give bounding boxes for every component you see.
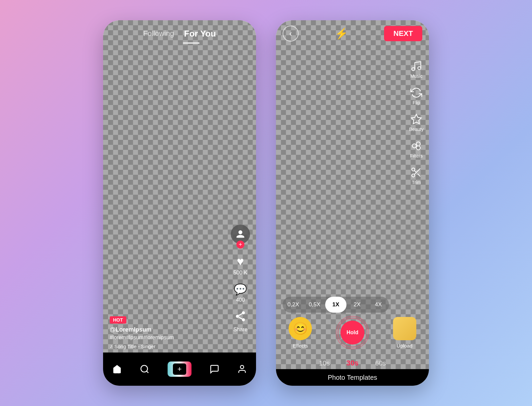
photo-templates-label: Photo Templates — [328, 374, 377, 381]
record-button-inner[interactable]: Hold — [340, 321, 364, 345]
camera-bottom-controls: 😊 Effects Hold Upload — [276, 313, 429, 353]
camera-sidebar: Music Flip Beauty Filters — [409, 60, 424, 185]
create-plus-icon: + — [173, 363, 187, 375]
timer-10s[interactable]: 10s — [319, 359, 330, 367]
right-actions: + ♥ 500 K 💬 400 Share — [231, 225, 250, 333]
svg-point-1 — [236, 315, 239, 318]
svg-point-11 — [412, 144, 416, 148]
svg-point-7 — [240, 365, 244, 369]
bottom-nav: + — [103, 353, 256, 386]
hot-badge: HOT — [110, 316, 126, 324]
hashtags: #lorem#Ipsum#loremipsum — [110, 335, 226, 341]
timer-60s[interactable]: 60s — [375, 359, 386, 367]
svg-line-17 — [418, 174, 420, 176]
timer-30s[interactable]: 30s — [346, 359, 359, 367]
music-sidebar-item[interactable]: Music — [410, 60, 423, 79]
effects-control[interactable]: 😊 Effects — [289, 317, 312, 349]
feed-header: Following For You — [103, 20, 256, 47]
photo-templates-bar[interactable]: Photo Templates — [276, 369, 429, 386]
effects-emoji-icon: 😊 — [289, 317, 312, 340]
back-icon: ‹ — [289, 29, 292, 38]
svg-line-4 — [239, 314, 242, 316]
svg-line-6 — [147, 371, 148, 373]
speed-0-5x[interactable]: 0,5X — [304, 297, 325, 313]
svg-point-0 — [242, 311, 245, 314]
svg-marker-10 — [411, 114, 421, 124]
svg-point-12 — [416, 142, 420, 146]
like-action[interactable]: ♥ 500 K — [233, 254, 247, 276]
svg-line-18 — [414, 170, 416, 172]
phone-feed: Following For You + ♥ 500 K 💬 400 — [103, 20, 256, 386]
comment-action[interactable]: 💬 400 — [234, 283, 247, 303]
trim-sidebar-item[interactable]: Trim — [410, 166, 422, 185]
upload-label: Upload — [397, 343, 413, 349]
effects-label: Effects — [293, 343, 308, 349]
comment-count: 400 — [236, 297, 245, 303]
speed-0-2x[interactable]: 0,2X — [283, 297, 304, 313]
svg-point-13 — [416, 146, 420, 150]
camera-header: ‹ ⚡ NEXT — [276, 20, 429, 47]
share-action[interactable]: Share — [233, 310, 248, 333]
video-info: HOT @LoremIpsum #lorem#Ipsum#loremipsum … — [110, 316, 226, 349]
svg-point-5 — [141, 365, 148, 372]
record-button-outer[interactable]: Hold — [337, 318, 367, 348]
speed-1x[interactable]: 1X — [325, 297, 346, 313]
next-button[interactable]: NEXT — [384, 26, 422, 41]
nav-profile[interactable] — [237, 364, 247, 374]
comment-icon: 💬 — [234, 283, 247, 296]
share-icon — [234, 310, 246, 325]
speed-selector: 0,2X 0,5X 1X 2X 4X — [283, 297, 389, 313]
filters-label: Filters — [410, 153, 423, 158]
speed-2x[interactable]: 2X — [346, 297, 368, 313]
svg-point-14 — [412, 168, 415, 171]
tab-underline — [183, 43, 200, 44]
upload-icon — [393, 317, 416, 340]
timer-selector: 10s 30s 60s — [276, 359, 429, 367]
username[interactable]: @LoremIpsum — [110, 326, 226, 333]
like-count: 500 K — [233, 270, 247, 276]
upload-control[interactable]: Upload — [393, 317, 416, 349]
flip-label: Flip — [413, 100, 420, 105]
svg-point-15 — [412, 174, 415, 177]
following-tab[interactable]: Following — [143, 29, 174, 38]
heart-icon: ♥ — [237, 254, 244, 268]
trim-label: Trim — [412, 180, 421, 185]
follow-plus-icon[interactable]: + — [236, 241, 244, 249]
hold-label: Hold — [346, 330, 358, 336]
speed-4x[interactable]: 4X — [368, 297, 389, 313]
svg-point-9 — [418, 67, 421, 70]
svg-point-2 — [242, 318, 245, 321]
svg-line-3 — [239, 317, 242, 319]
flash-button[interactable]: ⚡ — [335, 27, 348, 40]
svg-point-8 — [412, 68, 415, 71]
follow-container: + — [231, 225, 250, 244]
share-label: Share — [233, 327, 248, 333]
nav-messages[interactable] — [209, 364, 219, 374]
beauty-label: Beauty — [409, 127, 424, 132]
for-you-tab[interactable]: For You — [184, 29, 216, 39]
song-title: Song Title - Singer — [114, 344, 155, 349]
nav-create[interactable]: + — [168, 361, 192, 377]
music-label: Music — [410, 73, 423, 79]
nav-search[interactable] — [140, 364, 150, 374]
record-control[interactable]: Hold — [337, 318, 367, 348]
phone-camera: ‹ ⚡ NEXT Music Flip Beauty — [276, 20, 429, 386]
music-note-icon: ♪ — [110, 343, 112, 349]
back-button[interactable]: ‹ — [283, 26, 299, 42]
flip-sidebar-item[interactable]: Flip — [410, 87, 422, 105]
filters-sidebar-item[interactable]: Filters — [410, 140, 423, 158]
song-info: ♪ Song Title - Singer — [110, 343, 226, 349]
beauty-sidebar-item[interactable]: Beauty — [409, 113, 424, 132]
nav-home[interactable] — [112, 364, 122, 374]
